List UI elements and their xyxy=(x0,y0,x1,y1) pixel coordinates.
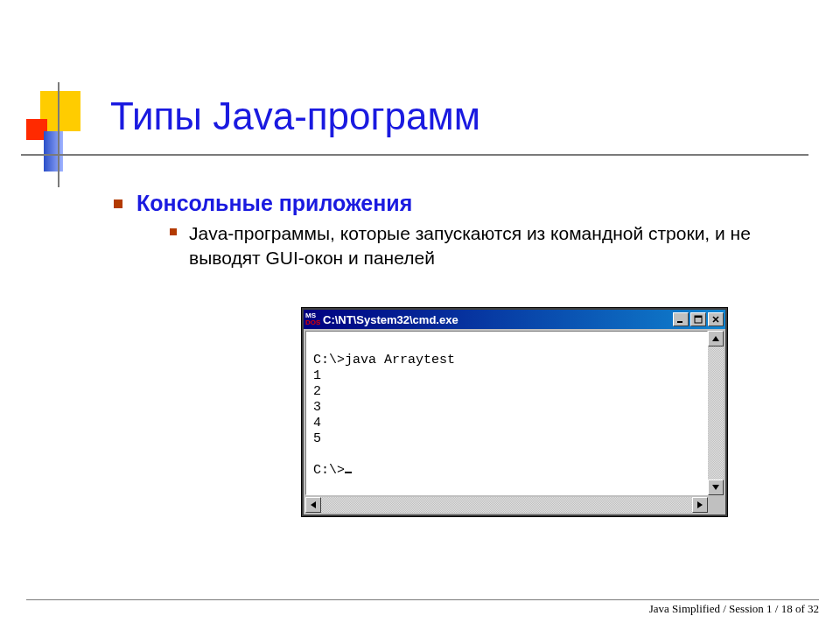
title-logo xyxy=(26,86,105,173)
scroll-track-v[interactable] xyxy=(708,346,724,480)
cmd-titlebar: MS DOS C:\NT\System32\cmd.exe xyxy=(304,310,725,329)
cmd-line: C:\>java Arraytest xyxy=(313,353,455,368)
cmd-output: C:\>java Arraytest 1 2 3 4 5 C:\> xyxy=(305,331,708,495)
cmd-line: 3 xyxy=(313,400,321,415)
slide: Типы Java-программ Консольные приложения… xyxy=(0,0,840,630)
close-button[interactable] xyxy=(708,312,724,326)
horizontal-scrollbar-row xyxy=(304,497,725,514)
slide-title: Типы Java-программ xyxy=(110,94,480,138)
scroll-right-button[interactable] xyxy=(692,497,708,513)
cmd-line: 1 xyxy=(313,368,321,383)
cmd-line: C:\> xyxy=(313,463,345,478)
cmd-window: MS DOS C:\NT\System32\cmd.exe C:\>java A… xyxy=(302,308,727,516)
cmd-client-area: C:\>java Arraytest 1 2 3 4 5 C:\> xyxy=(304,329,725,497)
window-buttons xyxy=(673,312,724,326)
horizontal-scrollbar[interactable] xyxy=(305,497,708,513)
scroll-up-button[interactable] xyxy=(708,331,724,346)
bullet1-text: Консольные приложения xyxy=(136,191,412,215)
scroll-down-button[interactable] xyxy=(708,480,724,495)
svg-rect-2 xyxy=(695,316,702,318)
bullet-level2: Java-программы, которые запускаются из к… xyxy=(136,221,788,271)
minimize-button[interactable] xyxy=(673,312,689,326)
icon-text-dos: DOS xyxy=(305,319,320,326)
bullet2-text: Java-программы, которые запускаются из к… xyxy=(189,223,751,268)
slide-body: Консольные приложения Java-программы, ко… xyxy=(114,191,788,278)
deco-square-blue xyxy=(44,131,63,172)
cmd-cursor xyxy=(345,472,352,473)
maximize-button[interactable] xyxy=(690,312,706,326)
svg-rect-0 xyxy=(677,321,682,323)
deco-rule-horizontal xyxy=(21,154,808,156)
scroll-track-h[interactable] xyxy=(321,497,692,513)
deco-rule-vertical xyxy=(58,82,60,187)
msdos-icon: MS DOS xyxy=(305,312,319,326)
scrollbar-corner xyxy=(708,497,724,513)
cmd-title-text: C:\NT\System32\cmd.exe xyxy=(323,313,673,326)
bullet-level1: Консольные приложения Java-программы, ко… xyxy=(114,191,788,271)
slide-footer: Java Simplified / Session 1 / 18 of 32 xyxy=(26,599,819,616)
cmd-line: 5 xyxy=(313,431,321,446)
arrow-left-icon xyxy=(311,501,316,508)
scroll-left-button[interactable] xyxy=(305,497,321,513)
vertical-scrollbar[interactable] xyxy=(708,331,724,495)
cmd-line: 4 xyxy=(313,416,321,430)
arrow-down-icon xyxy=(712,485,719,490)
cmd-line: 2 xyxy=(313,384,321,399)
arrow-up-icon xyxy=(712,336,719,341)
arrow-right-icon xyxy=(697,501,703,508)
